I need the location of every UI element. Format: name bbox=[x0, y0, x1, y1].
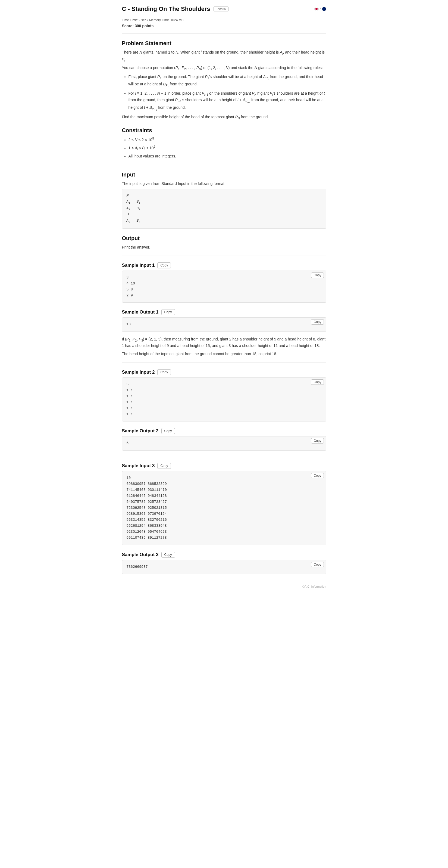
flag-icons: / bbox=[314, 7, 326, 11]
sample-output-3-copy-button[interactable]: Copy bbox=[161, 552, 175, 558]
sample-input-2-header: Sample Input 2 Copy bbox=[122, 369, 326, 375]
problem-statement-heading: Problem Statement bbox=[122, 40, 326, 46]
meta-time-memory: Time Limit: 2 sec / Memory Limit: 1024 M… bbox=[122, 18, 326, 22]
sample-input-3-header: Sample Input 3 Copy bbox=[122, 463, 326, 469]
input-format-block: N A1 B1 A2 B2 ⋮ AN BN bbox=[122, 189, 326, 229]
rule-item-2: For i = 1, 2, . . . , N − 1 in order, pl… bbox=[129, 90, 326, 112]
sample-output-2-corner-copy-button[interactable]: Copy bbox=[311, 438, 323, 443]
flag-jp-icon[interactable] bbox=[314, 7, 319, 11]
sample-input-2-corner-copy-button[interactable]: Copy bbox=[311, 379, 323, 385]
rule-item-1: First, place giant P1 on the ground. The… bbox=[129, 74, 326, 89]
sample-output-3-title: Sample Output 3 bbox=[122, 552, 159, 557]
editorial-badge: Editorial bbox=[213, 6, 229, 11]
sample-output-2-header: Sample Output 2 Copy bbox=[122, 428, 326, 434]
sample-output-1-copy-button[interactable]: Copy bbox=[161, 309, 175, 315]
meta-score: Score: 300 points bbox=[122, 24, 326, 28]
sample-input-1-section: Sample Input 1 Copy Copy 34 105 82 9 bbox=[122, 262, 326, 303]
input-heading: Input bbox=[122, 172, 326, 178]
constraint-2: 1 ≤ Ai ≤ Bi ≤ 109 bbox=[129, 145, 326, 152]
sample-input-3-copy-button[interactable]: Copy bbox=[157, 463, 171, 469]
constraint-3: All input values are integers. bbox=[129, 153, 326, 159]
sample-input-2-title: Sample Input 2 bbox=[122, 370, 155, 375]
page-title: C - Standing On The Shoulders bbox=[122, 5, 210, 12]
constraint-1: 2 ≤ N ≤ 2 × 105 bbox=[129, 136, 326, 143]
constraints-list: 2 ≤ N ≤ 2 × 105 1 ≤ Ai ≤ Bi ≤ 109 All in… bbox=[129, 136, 326, 159]
sample-output-3-block: Copy 7362669937 bbox=[122, 560, 326, 574]
explanation-2: The head height of the topmost giant fro… bbox=[122, 351, 326, 357]
constraints-heading: Constraints bbox=[122, 127, 326, 133]
problem-p1: There are N giants, named 1 to N. When g… bbox=[122, 49, 326, 63]
sample-input-3-section: Sample Input 3 Copy Copy 10 698830957 86… bbox=[122, 463, 326, 545]
footnote: ©AtC. Information bbox=[122, 585, 326, 588]
sample-input-3-block: Copy 10 698830957 868532399 741145463 93… bbox=[122, 471, 326, 545]
input-format-ellipsis: ⋮ bbox=[127, 213, 130, 217]
score-label: Score: 300 points bbox=[122, 24, 154, 28]
output-heading: Output bbox=[122, 235, 326, 242]
sample-output-1-value: 18 bbox=[127, 322, 131, 326]
sample-output-3-value: 7362669937 bbox=[127, 565, 148, 569]
page-header: C - Standing On The Shoulders Editorial … bbox=[122, 5, 326, 15]
sample-output-3-corner-copy-button[interactable]: Copy bbox=[311, 562, 323, 567]
problem-rules-list: First, place giant P1 on the ground. The… bbox=[129, 74, 326, 112]
sample-output-2-block: Copy 5 bbox=[122, 436, 326, 450]
sample-input-2-copy-button[interactable]: Copy bbox=[157, 369, 171, 375]
sample-input-1-corner-copy-button[interactable]: Copy bbox=[311, 273, 323, 278]
sample-input-3-title: Sample Input 3 bbox=[122, 463, 155, 468]
problem-p2: You can choose a permutation (P1, P2, . … bbox=[122, 65, 326, 71]
sample-output-3-header: Sample Output 3 Copy bbox=[122, 552, 326, 558]
sample-output-1-block: Copy 18 bbox=[122, 317, 326, 332]
sample-output-1-title: Sample Output 1 bbox=[122, 309, 159, 315]
sample-input-2-block: Copy 51 11 11 11 11 1 bbox=[122, 377, 326, 422]
flag-separator: / bbox=[320, 7, 320, 11]
sample-input-1-header: Sample Input 1 Copy bbox=[122, 262, 326, 269]
sample-input-3-corner-copy-button[interactable]: Copy bbox=[311, 473, 323, 478]
sample-output-2-title: Sample Output 2 bbox=[122, 428, 159, 434]
explanation-1: If (P1, P2, P3) = (2, 1, 3), then measur… bbox=[122, 336, 326, 349]
output-desc: Print the answer. bbox=[122, 244, 326, 250]
sample-output-1-header: Sample Output 1 Copy bbox=[122, 309, 326, 315]
sample-input-1-copy-button[interactable]: Copy bbox=[157, 262, 171, 269]
sample-input-1-block: Copy 34 105 82 9 bbox=[122, 271, 326, 303]
flag-uk-icon[interactable] bbox=[322, 7, 326, 11]
sample-input-1-title: Sample Input 1 bbox=[122, 263, 155, 268]
sample-input-2-section: Sample Input 2 Copy Copy 51 11 11 11 11 … bbox=[122, 369, 326, 422]
problem-p3: Find the maximum possible height of the … bbox=[122, 114, 326, 121]
input-desc: The input is given from Standard Input i… bbox=[122, 181, 326, 187]
sample-output-1-section: Sample Output 1 Copy Copy 18 bbox=[122, 309, 326, 332]
sample-output-3-section: Sample Output 3 Copy Copy 7362669937 bbox=[122, 552, 326, 574]
sample-output-2-value: 5 bbox=[127, 441, 129, 445]
sample-output-1-corner-copy-button[interactable]: Copy bbox=[311, 319, 323, 325]
sample-output-2-copy-button[interactable]: Copy bbox=[161, 428, 175, 434]
sample-output-2-section: Sample Output 2 Copy Copy 5 bbox=[122, 428, 326, 450]
input-format-n: N bbox=[127, 194, 129, 198]
